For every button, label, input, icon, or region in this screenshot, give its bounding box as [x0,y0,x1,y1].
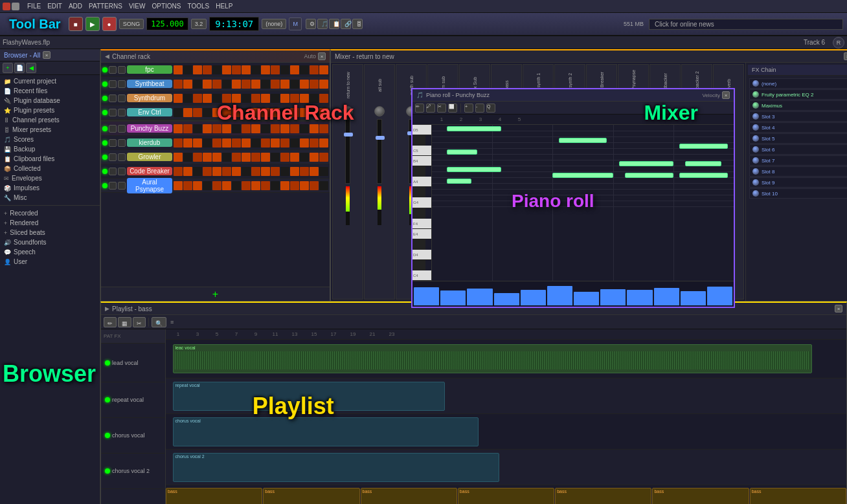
ch-pad[interactable] [290,108,299,117]
pl-block-repeat-vocal[interactable]: repeat vocal [173,382,445,411]
ch-pad[interactable] [203,65,212,74]
pl-block-chorus-vocal2[interactable]: chorus vocal 2 [173,453,499,482]
browser-item-misc[interactable]: 🔧 Misc [0,193,100,203]
ch-pad[interactable] [232,153,241,162]
ch-mute-synthdrum[interactable] [109,94,117,102]
ch-pad[interactable] [300,181,309,190]
ch-pad[interactable] [242,108,251,117]
ch-pad[interactable] [280,138,289,148]
ch-pad[interactable] [193,124,202,133]
add-channel-button[interactable]: + [212,289,218,300]
pl-block-bass-4[interactable]: bass [458,488,554,504]
play-button[interactable]: ▶ [85,17,100,31]
ch-pad[interactable] [183,80,192,89]
ch-led-envctrl[interactable] [102,110,107,115]
ch-name-kierdub[interactable]: kierdub [127,138,172,147]
piano-note-c5[interactable] [559,138,607,143]
ch-pad[interactable] [271,181,280,190]
browser-item-soundfonts[interactable]: 🔊 Soundfonts [0,237,100,247]
browser-item-sliced-beats[interactable]: + Sliced beats [0,228,100,237]
ch-name-codebreaker[interactable]: Code Breaker [127,167,172,175]
ch-pad[interactable] [319,181,328,190]
piano-key-a4[interactable]: A4 [412,177,431,187]
ch-pad[interactable] [242,65,251,74]
ch-pad[interactable] [319,80,328,89]
ch-pad[interactable] [271,167,280,176]
ch-led-growler[interactable] [102,155,107,160]
piano-key-d5[interactable]: D5 [412,125,431,135]
ch-pad[interactable] [310,153,319,162]
browser-item-current-project[interactable]: 📁 Current project [0,76,100,86]
ch-pad[interactable] [183,108,192,117]
news-area[interactable]: Click for online news [649,19,843,30]
minimize-button[interactable] [12,3,19,10]
browser-item-impulses[interactable]: 🎲 Impulses [0,183,100,193]
ch-name-auralpsynapse[interactable]: Aural Psynapse [127,178,172,193]
ch-pad[interactable] [222,181,231,190]
ch-pad[interactable] [290,65,299,74]
piano-note-b4[interactable] [679,144,728,149]
ch-pad[interactable] [319,167,328,176]
piano-key-ab4[interactable] [412,187,425,197]
piano-note-e4-3[interactable] [679,173,728,178]
ch-pad[interactable] [280,108,289,117]
fx-slot-3[interactable]: Slot 3 [749,111,847,122]
piano-note-e4-1[interactable] [552,173,613,178]
ch-led-codebreaker[interactable] [102,169,107,174]
track-label-chorus-vocal-2[interactable]: chorus vocal 2 [101,454,165,489]
ch-pad[interactable] [203,80,212,89]
ch-pad[interactable] [193,181,202,190]
ch-pad[interactable] [310,65,319,74]
pl-block-bass-5[interactable]: bass [555,488,651,504]
piano-key-cs5[interactable] [412,135,425,146]
pr-zoom-in[interactable]: + [464,104,473,113]
mixer-fader-allsub[interactable] [377,119,382,184]
ch-mute-fpc[interactable] [109,66,117,74]
ch-solo-growler[interactable] [118,153,126,161]
vel-bar-7[interactable] [574,292,599,305]
ch-pad[interactable] [222,167,231,176]
ch-name-synthbeat[interactable]: Synthbeat [127,80,172,88]
ch-pad[interactable] [280,94,289,103]
ch-name-punchybuzz[interactable]: Punchy Buzz [127,124,172,133]
vel-bar-4[interactable] [494,293,519,305]
ch-pad[interactable] [203,167,212,176]
ch-pad[interactable] [183,153,192,162]
vel-bar-5[interactable] [521,290,546,306]
channel-rack-close[interactable]: × [318,52,326,60]
piano-key-c4[interactable]: C4 [412,270,431,281]
ch-mute-punchybuzz[interactable] [109,125,117,133]
menu-patterns[interactable]: PATTERNS [86,3,125,10]
ch-pad[interactable] [261,108,270,117]
track-label-bass[interactable]: bass [101,489,165,504]
ch-pad[interactable] [203,181,212,190]
ch-pad[interactable] [300,138,309,148]
ch-pad[interactable] [300,65,309,74]
ch-led-synthbeat[interactable] [102,82,107,87]
ch-pad[interactable] [212,167,221,176]
piano-key-g4[interactable]: G4 [412,197,431,208]
ch-led-synthdrum[interactable] [102,96,107,101]
ch-pad[interactable] [242,153,251,162]
ch-pad[interactable] [271,80,280,89]
ch-pad[interactable] [280,124,289,133]
ch-pad[interactable] [232,124,241,133]
browser-item-speech[interactable]: 💬 Speech [0,247,100,257]
ch-pad[interactable] [290,153,299,162]
ch-pad[interactable] [212,181,221,190]
ch-pad[interactable] [232,65,241,74]
time-sig-button[interactable]: 3.2 [191,19,207,29]
ch-solo-kierdub[interactable] [118,139,126,147]
ch-pad[interactable] [183,124,192,133]
ch-pad[interactable] [222,80,231,89]
mixer-pan-knob2[interactable] [374,106,385,116]
ch-solo-synthdrum[interactable] [118,94,126,102]
pr-select-tool[interactable]: ✏ [415,104,424,113]
ch-pad[interactable] [310,80,319,89]
fx-slot-10[interactable]: Slot 10 [749,188,847,199]
ch-pad[interactable] [290,181,299,190]
fx-slot-none[interactable]: (none) [749,78,847,89]
fx-slot-8[interactable]: Slot 8 [749,166,847,177]
ch-pad[interactable] [251,80,260,89]
ch-pad[interactable] [319,153,328,162]
